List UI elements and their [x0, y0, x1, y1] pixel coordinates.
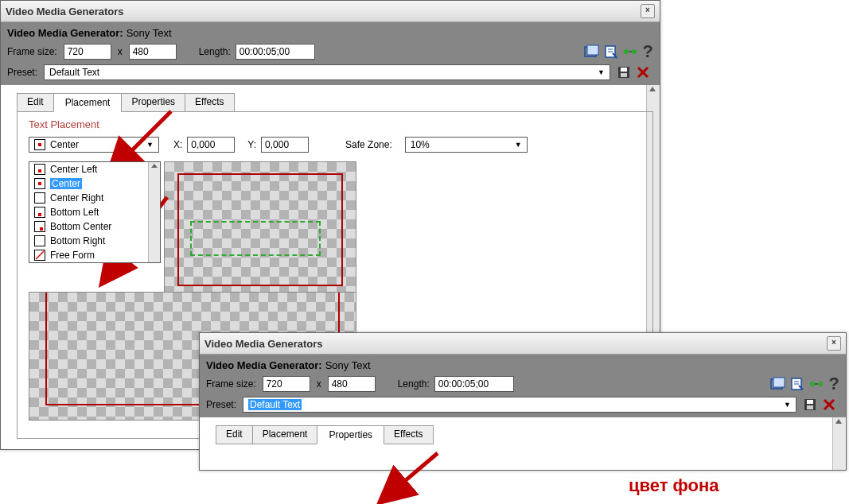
tab-placement[interactable]: Placement: [53, 93, 123, 112]
delete-preset-icon[interactable]: [636, 65, 652, 79]
tab-edit[interactable]: Edit: [216, 425, 253, 444]
frame-width-input[interactable]: [64, 44, 111, 60]
svg-rect-11: [621, 73, 627, 77]
generator-label: Video Media Generator:: [7, 27, 123, 39]
text-placement-legend: Text Placement: [29, 118, 641, 130]
y-input[interactable]: [261, 137, 309, 153]
frame-height-input[interactable]: [129, 44, 177, 60]
close-icon[interactable]: ×: [641, 4, 655, 18]
svg-point-6: [624, 49, 629, 54]
svg-rect-27: [807, 400, 813, 404]
frame-size-label: Frame size:: [7, 46, 57, 57]
x-label: X:: [173, 139, 182, 150]
frame-width-input[interactable]: [263, 376, 310, 392]
window-titlebar: Video Media Generators ×: [200, 333, 846, 355]
window-title: Video Media Generators: [204, 338, 323, 350]
svg-point-23: [810, 382, 815, 386]
y-label: Y:: [247, 139, 256, 150]
svg-point-25: [818, 382, 823, 386]
replace-plugin-icon[interactable]: [770, 377, 786, 391]
safezone-combo[interactable]: 10% ▼: [405, 137, 528, 153]
option-center-right[interactable]: Center Right: [29, 191, 148, 205]
length-label: Length:: [398, 378, 430, 390]
save-preset-icon[interactable]: [617, 65, 633, 79]
preset-label: Preset:: [206, 399, 236, 410]
help-icon[interactable]: ?: [643, 45, 653, 59]
svg-point-8: [632, 49, 637, 54]
keyframe-toggle-icon[interactable]: [622, 45, 638, 59]
generator-name: Sony Text: [127, 27, 172, 39]
chevron-down-icon: ▼: [598, 68, 605, 76]
svg-rect-10: [621, 68, 627, 72]
chevron-down-icon: ▼: [784, 401, 791, 409]
placement-combo[interactable]: Center ▼: [29, 137, 159, 153]
preset-label: Preset:: [7, 67, 37, 78]
tab-properties[interactable]: Properties: [121, 93, 185, 112]
window-title: Video Media Generators: [6, 6, 124, 17]
preset-value: Default Text: [49, 67, 99, 78]
window-titlebar: Video Media Generators ×: [1, 1, 660, 22]
tab-properties[interactable]: Properties: [317, 425, 384, 444]
chevron-down-icon: ▼: [515, 141, 522, 149]
svg-rect-24: [815, 383, 818, 385]
frame-x-label: x: [317, 378, 321, 390]
option-bottom-left[interactable]: Bottom Left: [29, 205, 148, 219]
svg-rect-19: [773, 378, 785, 387]
preset-combo[interactable]: Default Text ▼: [44, 64, 610, 80]
option-free-form[interactable]: Free Form: [29, 248, 148, 262]
properties-icon[interactable]: [789, 377, 805, 391]
option-center[interactable]: Center: [29, 176, 148, 191]
replace-plugin-icon[interactable]: [584, 45, 600, 59]
svg-rect-7: [629, 51, 632, 52]
placement-preview[interactable]: [164, 161, 356, 298]
length-input[interactable]: [236, 44, 315, 60]
svg-rect-28: [807, 405, 813, 409]
frame-x-label: x: [118, 46, 123, 57]
svg-line-14: [36, 251, 44, 259]
delete-preset-icon[interactable]: [822, 397, 838, 412]
placement-combo-value: Center: [50, 139, 79, 150]
generator-label: Video Media Generator:: [206, 359, 322, 371]
close-icon[interactable]: ×: [827, 336, 841, 351]
safezone-label: Safe Zone:: [345, 139, 392, 150]
dropdown-scrollbar[interactable]: [148, 162, 160, 262]
option-center-left[interactable]: Center Left: [29, 162, 148, 176]
keyframe-toggle-icon[interactable]: [808, 377, 824, 391]
svg-rect-1: [587, 45, 598, 55]
frame-size-label: Frame size:: [206, 378, 256, 390]
generator-name: Sony Text: [325, 359, 371, 371]
frame-height-input[interactable]: [328, 376, 376, 392]
length-label: Length:: [199, 46, 231, 57]
tab-effects[interactable]: Effects: [185, 93, 234, 112]
save-preset-icon[interactable]: [803, 397, 819, 412]
placement-dropdown: Center Left Center Center Right Bottom L…: [29, 161, 161, 263]
tab-effects[interactable]: Effects: [384, 425, 433, 444]
length-input[interactable]: [434, 376, 514, 392]
tab-edit[interactable]: Edit: [17, 93, 54, 112]
preset-value: Default Text: [248, 399, 302, 410]
chevron-down-icon: ▼: [146, 141, 154, 149]
annotation-text: цвет фона: [629, 475, 719, 496]
safezone-value: 10%: [411, 139, 430, 150]
option-bottom-right[interactable]: Bottom Right: [29, 234, 148, 248]
preset-combo[interactable]: Default Text ▼: [243, 397, 796, 413]
help-icon[interactable]: ?: [829, 377, 839, 391]
option-bottom-center[interactable]: Bottom Center: [29, 219, 148, 234]
properties-icon[interactable]: [603, 45, 619, 59]
x-input[interactable]: [187, 137, 235, 153]
tab-placement[interactable]: Placement: [252, 425, 318, 444]
